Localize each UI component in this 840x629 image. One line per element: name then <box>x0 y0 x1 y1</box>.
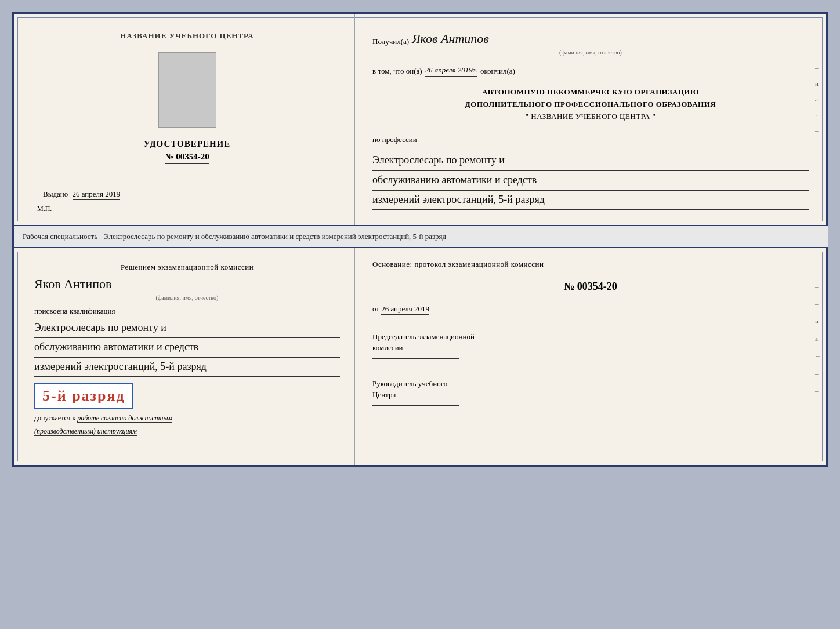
mp-label: М.П. <box>37 205 52 213</box>
recipient-name: Яков Антипов <box>412 31 489 46</box>
side-marks-bottom: – – и а ← – – – <box>815 283 821 412</box>
issued-date: 26 апреля 2019 <box>73 190 121 200</box>
rmark8: – <box>815 405 821 412</box>
recipient-block: Получил(а) Яков Антипов – (фамилия, имя,… <box>372 26 809 56</box>
rmark5: ← <box>815 352 821 359</box>
chairman-label: Председатель экзаменационной комиссии <box>372 331 809 354</box>
qual-line3: измерений электростанций, 5-й разряд <box>34 358 340 377</box>
admitted-italic: работе согласно должностным <box>77 414 172 423</box>
side-marks-top: – – и а ← – <box>815 49 821 134</box>
director-label: Руководитель учебного Центра <box>372 378 809 401</box>
org-name-top: НАЗВАНИЕ УЧЕБНОГО ЦЕНТРА <box>120 31 254 41</box>
decision-name: Яков Антипов <box>34 277 340 293</box>
mark2: – <box>815 64 821 71</box>
director-sig-line <box>372 405 459 406</box>
rmark4: а <box>815 335 821 342</box>
protocol-number: № 00354-20 <box>372 281 809 293</box>
photo-placeholder <box>158 52 216 128</box>
date-prefix: в том, что он(а) <box>372 67 422 76</box>
date-line: в том, что он(а) 26 апреля 2019г. окончи… <box>372 66 809 77</box>
profession-line2: обслуживанию автоматики и средств <box>372 171 809 191</box>
bottom-cert-left: Решением экзаменационной комиссии Яков А… <box>14 248 355 465</box>
qual-line1: Электрослесарь по ремонту и <box>34 319 340 339</box>
mark6: – <box>815 127 821 134</box>
date-suffix: окончил(а) <box>480 67 515 76</box>
org-block: АВТОНОМНУЮ НЕКОММЕРЧЕСКУЮ ОРГАНИЗАЦИЮ ДО… <box>372 86 809 122</box>
rmark2: – <box>815 300 821 307</box>
mark3: и <box>815 80 821 87</box>
rmark1: – <box>815 283 821 290</box>
document-wrapper: НАЗВАНИЕ УЧЕБНОГО ЦЕНТРА УДОСТОВЕРЕНИЕ №… <box>12 12 828 467</box>
mark5: ← <box>815 111 821 118</box>
decision-line: Решением экзаменационной комиссии <box>34 263 340 272</box>
protocol-date: от 26 апреля 2019 – <box>372 304 809 314</box>
between-label: Рабочая специальность - Электрослесарь п… <box>12 226 828 247</box>
top-cert-right: Получил(а) Яков Антипов – (фамилия, имя,… <box>355 14 826 225</box>
top-certificate: НАЗВАНИЕ УЧЕБНОГО ЦЕНТРА УДОСТОВЕРЕНИЕ №… <box>12 12 828 226</box>
top-cert-left: НАЗВАНИЕ УЧЕБНОГО ЦЕНТРА УДОСТОВЕРЕНИЕ №… <box>14 14 355 225</box>
date-value: 26 апреля 2019г. <box>425 66 477 77</box>
org-line3: " НАЗВАНИЕ УЧЕБНОГО ЦЕНТРА " <box>372 111 809 123</box>
cert-title: УДОСТОВЕРЕНИЕ <box>144 139 231 149</box>
between-label-text: Рабочая специальность - Электрослесарь п… <box>23 232 446 241</box>
profession-label: по профессии <box>372 135 809 144</box>
admitted-prefix: допускается к <box>34 414 75 422</box>
assigned-label: присвоена квалификация <box>34 307 340 316</box>
issued-label: Выдано <box>43 190 68 198</box>
profession-line3: измерений электростанций, 5-й разряд <box>372 191 809 210</box>
issued-line: Выдано 26 апреля 2019 <box>37 190 120 199</box>
protocol-date-prefix: от <box>372 304 379 313</box>
rank-badge: 5-й разряд <box>34 383 133 409</box>
profession-line1: Электрослесарь по ремонту и <box>372 151 809 171</box>
rank-badge-text: 5-й разряд <box>42 387 125 404</box>
chairman-sig-line <box>372 358 459 359</box>
admitted-line: допускается к работе согласно должностны… <box>34 414 340 423</box>
rmark3: и <box>815 318 821 325</box>
org-line2: ДОПОЛНИТЕЛЬНОГО ПРОФЕССИОНАЛЬНОГО ОБРАЗО… <box>372 99 809 111</box>
recipient-line: Получил(а) Яков Антипов – <box>372 31 809 48</box>
org-line1: АВТОНОМНУЮ НЕКОММЕРЧЕСКУЮ ОРГАНИЗАЦИЮ <box>372 86 809 99</box>
bottom-certificate: Решением экзаменационной комиссии Яков А… <box>12 247 828 467</box>
qual-line2: обслуживанию автоматики и средств <box>34 338 340 358</box>
rmark6: – <box>815 370 821 377</box>
bottom-cert-right: Основание: протокол экзаменационной коми… <box>355 248 826 465</box>
profession-block: Электрослесарь по ремонту и обслуживанию… <box>372 151 809 210</box>
mark1: – <box>815 49 821 56</box>
director-block: Руководитель учебного Центра <box>372 378 809 410</box>
protocol-date-value: 26 апреля 2019 <box>381 304 429 315</box>
rmark7: – <box>815 387 821 394</box>
chairman-block: Председатель экзаменационной комиссии <box>372 331 809 363</box>
qual-block: Электрослесарь по ремонту и обслуживанию… <box>34 319 340 377</box>
mark4: а <box>815 96 821 103</box>
admitted-line2: (производственным) инструкциям <box>34 427 340 436</box>
admitted-italic2: (производственным) инструкциям <box>34 427 137 436</box>
recipient-prefix: Получил(а) <box>372 37 409 46</box>
cert-number: № 00354-20 <box>165 152 209 164</box>
fio-hint-top: (фамилия, имя, отчество) <box>372 49 809 56</box>
fio-hint-bottom: (фамилия, имя, отчество) <box>34 294 340 301</box>
basis-line: Основание: протокол экзаменационной коми… <box>372 260 809 269</box>
